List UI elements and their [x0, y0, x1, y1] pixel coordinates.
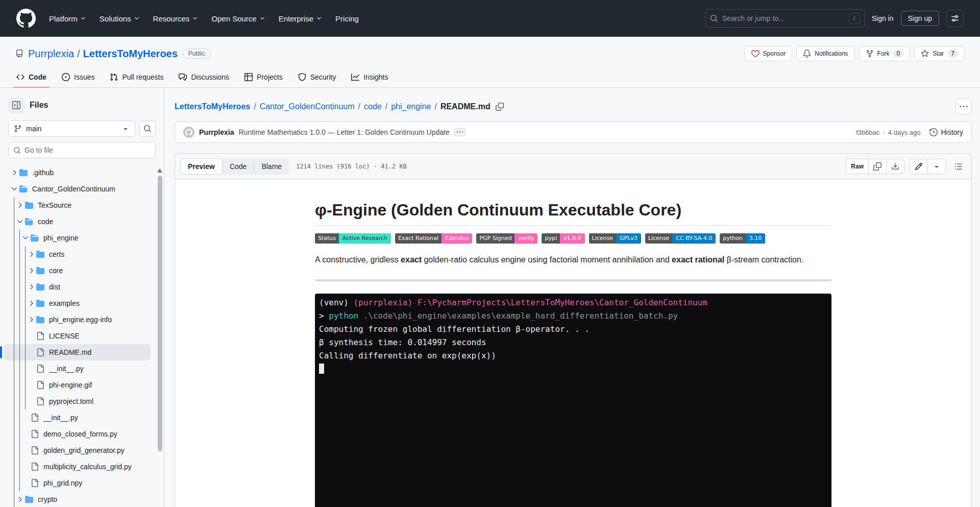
sign-in-link[interactable]: Sign in: [872, 14, 894, 22]
tree-item-readme-md[interactable]: README.md: [4, 344, 151, 360]
tree-item-code[interactable]: code: [4, 213, 151, 230]
tree-item-pyproject-toml[interactable]: pyproject.toml: [4, 393, 151, 409]
fork-label: Fork: [877, 50, 890, 57]
tree-item-golden-grid-generator-py[interactable]: golden_grid_generator.py: [4, 442, 151, 458]
indent-guide: [14, 295, 14, 311]
sponsor-button[interactable]: Sponsor: [745, 46, 793, 61]
shield-badge-license-gplv3[interactable]: LicenseGPLv3: [589, 233, 641, 244]
tree-item-phi-engine-egg-info[interactable]: phi_engine.egg-info: [4, 311, 151, 328]
tab-insights[interactable]: Insights: [346, 66, 393, 87]
shield-badge-pgp-signed-verify[interactable]: PGP Signedverify: [476, 233, 537, 244]
view-preview[interactable]: Preview: [180, 158, 223, 175]
edit-dropdown-button[interactable]: [927, 159, 945, 174]
nav-solutions[interactable]: Solutions: [100, 14, 140, 23]
breadcrumb-code[interactable]: code: [364, 102, 382, 111]
shield-badge-pypi-v1-0-0[interactable]: pypiv1.0.0: [542, 233, 584, 244]
tree-item-cantor-goldencontinuum[interactable]: Cantor_GoldenContinuum: [4, 181, 151, 197]
nav-open-source[interactable]: Open Source: [211, 14, 265, 23]
tree-item-label: crypto: [38, 495, 57, 503]
edit-pencil-button[interactable]: [910, 159, 927, 174]
tree-item-demo-closed-forms-py[interactable]: demo_closed_forms.py: [4, 426, 151, 442]
tree-item-init-py[interactable]: __init__.py: [4, 409, 151, 426]
tree-item-phi-grid-npy[interactable]: phi_grid.npy: [4, 475, 151, 491]
breadcrumb-cantor-goldencontinuum[interactable]: Cantor_GoldenContinuum: [260, 102, 355, 111]
tree-item-crypto[interactable]: crypto: [4, 491, 151, 507]
horizontal-rule: [315, 279, 831, 281]
nav-platform[interactable]: Platform: [49, 14, 86, 23]
commit-author[interactable]: Purrplexia: [199, 128, 234, 136]
tab-pull-requests[interactable]: Pull requests: [105, 66, 168, 87]
repo-owner-link[interactable]: Purrplexia: [28, 48, 74, 60]
search-input[interactable]: Search or jump to... /: [705, 9, 865, 28]
commit-expand-button[interactable]: [454, 128, 465, 136]
breadcrumb-phi-engine[interactable]: phi_engine: [391, 102, 431, 111]
tree-item-certs[interactable]: certs: [4, 246, 151, 262]
pencil-icon: [915, 162, 923, 171]
history-link[interactable]: History: [929, 128, 963, 136]
tree-item-label: phi-engine.gif: [49, 381, 92, 389]
collapse-sidebar-button[interactable]: [8, 97, 24, 113]
tab-issues[interactable]: Issues: [57, 66, 100, 87]
nav-pricing[interactable]: Pricing: [335, 14, 359, 23]
repo-header: Purrplexia / LettersToMyHeroes Public Sp…: [0, 37, 980, 66]
search-icon: [710, 14, 718, 22]
indent-guide: [19, 377, 20, 393]
scrollbar-up-arrow[interactable]: [157, 168, 162, 173]
notifications-button[interactable]: Notifications: [796, 46, 854, 61]
tab-projects[interactable]: Projects: [239, 66, 288, 87]
nav-resources[interactable]: Resources: [153, 14, 199, 23]
tree-search-button[interactable]: [139, 120, 156, 137]
tree-item-github[interactable]: .github: [4, 164, 151, 181]
go-to-file-input[interactable]: Go to file: [8, 142, 156, 158]
branch-selector[interactable]: main: [8, 120, 135, 137]
files-sidebar: Files main Go to file .githubCantor_Gold…: [0, 88, 164, 507]
tree-item-core[interactable]: core: [4, 262, 151, 279]
shield-badge-license-cc-by-sa-4-0[interactable]: LicenseCC-BY-SA-4.0: [645, 233, 716, 244]
indent-guide: [14, 458, 14, 475]
tab-discussions[interactable]: Discussions: [174, 66, 234, 87]
view-code[interactable]: Code: [223, 158, 254, 175]
commit-message[interactable]: Runtime Mathematics 1.0.0 — Letter 1: Go…: [238, 128, 449, 136]
tree-item-license[interactable]: LICENSE: [4, 328, 151, 344]
download-button[interactable]: [886, 159, 904, 174]
copy-path-button[interactable]: [496, 103, 504, 111]
shield-badge-status-active-research[interactable]: StatusActive Research: [315, 233, 391, 244]
tab-security[interactable]: Security: [293, 66, 341, 87]
breadcrumb-letterstomyheroes[interactable]: LettersToMyHeroes: [175, 102, 250, 111]
history-clock-icon: [929, 128, 938, 136]
indent-guide: [19, 475, 20, 491]
repo-name-link[interactable]: LettersToMyHeroes: [83, 48, 178, 60]
fork-button[interactable]: Fork 0: [859, 46, 911, 61]
raw-button[interactable]: Raw: [846, 159, 868, 174]
indent-guide: [19, 230, 20, 246]
tree-item-init-py[interactable]: __init__.py: [4, 360, 151, 377]
indent-guide: [19, 458, 20, 475]
tree-item-phi-engine-gif[interactable]: phi-engine.gif: [4, 377, 151, 393]
indent-guide: [19, 409, 20, 426]
breadcrumb-current-file: README.md: [440, 102, 491, 111]
tab-code[interactable]: Code: [11, 66, 52, 87]
shield-badge-exact-rational-calculus[interactable]: Exact RationalCalculus: [395, 233, 472, 244]
file-kebab-menu-button[interactable]: [955, 99, 972, 115]
tree-item-phi-engine[interactable]: phi_engine: [4, 230, 151, 246]
commit-author-avatar[interactable]: [183, 127, 194, 138]
tree-item-texsource[interactable]: TexSource: [4, 197, 151, 213]
star-button[interactable]: Star 7: [914, 46, 965, 61]
sign-up-button[interactable]: Sign up: [901, 11, 939, 26]
outline-button[interactable]: [951, 159, 966, 174]
tree-item-multiplicity-calculus-grid-py[interactable]: multiplicity_calculus_grid.py: [4, 458, 151, 475]
shield-badge-python-3-10[interactable]: python3.10: [720, 233, 765, 244]
tree-scrollbar-thumb[interactable]: [158, 176, 162, 451]
copy-file-button[interactable]: [868, 159, 886, 174]
tree-item-label: multiplicity_calculus_grid.py: [43, 463, 132, 471]
folder-open-icon: [19, 185, 28, 193]
github-logo-icon[interactable]: [16, 9, 36, 28]
tree-item-examples[interactable]: examples: [4, 295, 151, 311]
appearance-settings-button[interactable]: [946, 10, 964, 27]
tree-item-dist[interactable]: dist: [4, 279, 151, 295]
view-blame[interactable]: Blame: [254, 158, 289, 175]
commit-sha[interactable]: f3b6bac: [856, 129, 879, 136]
issue-icon: [62, 73, 70, 81]
tree-item-label: phi_grid.npy: [43, 479, 82, 487]
nav-enterprise[interactable]: Enterprise: [279, 14, 322, 23]
